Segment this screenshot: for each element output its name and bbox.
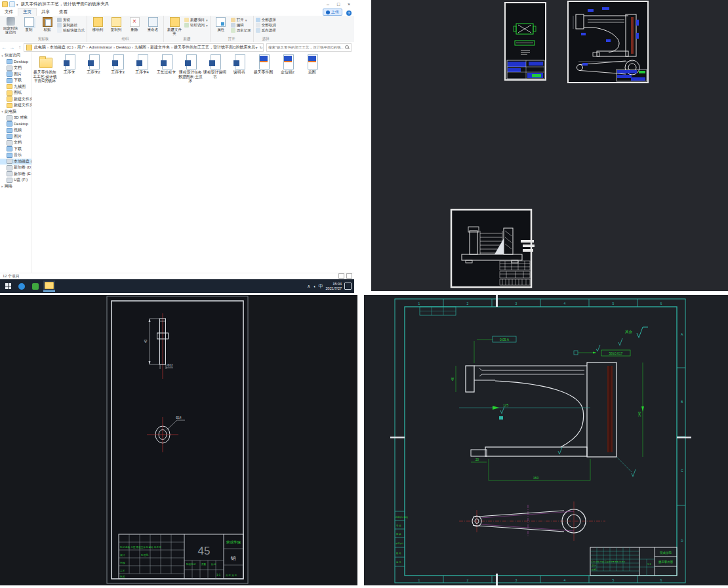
chevron-right-icon[interactable]: ▸ — [0, 184, 5, 188]
breadcrumb[interactable]: 此电脑 › 本地磁盘 (C:) › 用户 › Administrator › D… — [24, 43, 264, 52]
refresh-icon[interactable]: ↻ — [259, 45, 262, 50]
paste-button[interactable]: 粘贴 — [39, 17, 56, 31]
sidebar-item-desktop[interactable]: Desktop — [0, 59, 31, 66]
sidebar-item-e-drive[interactable]: 新加卷 (E:) — [0, 171, 31, 178]
notification-center-icon[interactable] — [344, 283, 352, 290]
easy-access-button[interactable]: 轻松访问 ▾ — [184, 23, 208, 28]
sidebar-item-music[interactable]: 音乐 — [0, 152, 31, 159]
search-box[interactable] — [266, 43, 352, 52]
copy-path-button[interactable]: 复制路径 — [57, 23, 85, 28]
sidebar-item-pc-pictures[interactable]: 图片 — [0, 134, 31, 140]
file-item[interactable]: 总图 — [300, 54, 324, 75]
taskbar-explorer[interactable] — [43, 281, 55, 292]
file-item[interactable]: 课程设计说明书 — [203, 54, 227, 79]
history-button[interactable]: 历史记录 — [231, 28, 251, 33]
file-item[interactable]: 课程设计任务数据图表-王洪水 — [178, 54, 203, 83]
properties-shortcut-icon[interactable] — [9, 1, 15, 7]
sidebar-item-d-drive[interactable]: 新加卷 (D:) — [0, 165, 31, 171]
move-to-button[interactable]: 移动到 — [89, 17, 106, 31]
up-button[interactable]: ↑ — [16, 45, 24, 50]
cone-view[interactable] — [459, 501, 605, 541]
crumb-administrator[interactable]: Administrator — [89, 45, 112, 49]
thumbnail-view-icon[interactable] — [346, 273, 352, 279]
sidebar-quick-access[interactable]: ▾ 快速访问 — [0, 52, 31, 59]
file-item[interactable]: 工艺过程卡 — [154, 54, 178, 75]
tab-home[interactable]: 主页 — [18, 8, 37, 16]
paste-shortcut-button[interactable]: 粘贴快捷方式 — [57, 28, 85, 33]
invert-selection-button[interactable]: 反向选择 — [256, 28, 276, 33]
sidebar-item-downloads[interactable]: 下载 — [0, 77, 31, 84]
start-button[interactable] — [2, 281, 14, 291]
file-item[interactable]: 说明书 — [227, 54, 251, 75]
pin-to-quick-access-button[interactable]: 固定到快速访问 — [2, 17, 19, 34]
sidebar-this-pc[interactable]: ▾ 此电脑 — [0, 109, 31, 115]
cad-sheet-assembly[interactable] — [451, 210, 535, 287]
copy-to-button[interactable]: 复制到 — [108, 17, 125, 31]
sidebar-item-pc-downloads[interactable]: 下载 — [0, 146, 31, 153]
sidebar-item-newfolder2[interactable]: 新建文件夹 (2) — [0, 102, 31, 109]
help-icon[interactable]: ? — [346, 10, 352, 16]
select-all-button[interactable]: 全部选择 — [256, 18, 276, 22]
search-input[interactable] — [267, 45, 345, 49]
sidebar-item-pc-desktop[interactable]: Desktop — [0, 121, 31, 128]
cloud-upload-badge[interactable]: 上传 — [323, 9, 342, 16]
sidebar-item-3d-objects[interactable]: 3D 对象 — [0, 115, 31, 121]
list-view-icon[interactable] — [338, 273, 344, 279]
sidebar-item-f-drive[interactable]: U盘 (F:) — [0, 177, 31, 184]
sidebar-item-newfolder[interactable]: 新建文件夹 — [0, 96, 31, 103]
crumb-this-pc[interactable]: 此电脑 — [34, 45, 46, 50]
file-item[interactable]: 拨叉零件图 — [251, 54, 275, 75]
select-none-button[interactable]: 全部取消 — [256, 23, 276, 28]
back-button[interactable]: ← — [0, 45, 8, 50]
new-folder-button[interactable]: 新建文件夹 — [166, 17, 183, 35]
crumb-desktop[interactable]: Desktop — [116, 45, 131, 49]
rename-button[interactable]: 重命名 — [144, 17, 161, 31]
sidebar-item-folder2[interactable]: 图纸 — [0, 90, 31, 96]
sidebar-item-videos[interactable]: 视频 — [0, 127, 31, 134]
sidebar-item-pc-documents[interactable]: 文档 — [0, 140, 31, 146]
file-item[interactable]: 拨叉零件的加工工艺,设计铣平面C的铣床夹具 — [33, 54, 57, 83]
sidebar-item-documents[interactable]: 文档 — [0, 65, 31, 71]
maximize-button[interactable]: □ — [333, 0, 344, 9]
sidebar-item-pictures[interactable]: 图片 — [0, 71, 31, 78]
quick-access-toolbar[interactable]: ▾ — [2, 1, 18, 7]
tab-share[interactable]: 共享 — [37, 9, 54, 16]
file-item[interactable]: 工序卡3 — [106, 54, 130, 75]
sidebar-item-c-drive[interactable]: 本地磁盘 (C:) — [0, 159, 31, 165]
tray-chevron-icon[interactable]: ∧ — [307, 284, 310, 289]
clock[interactable]: 15:04 2021/7/27 — [326, 282, 342, 290]
file-item[interactable]: 定位销2 — [275, 54, 300, 75]
file-item[interactable]: 工序卡 — [57, 54, 81, 75]
volume-icon[interactable]: ◖ — [313, 284, 315, 288]
chevron-down-icon[interactable]: ▾ — [0, 54, 5, 58]
cad-sheet-fork-part[interactable] — [568, 1, 648, 83]
chevron-down-icon[interactable]: ▾ — [0, 109, 5, 113]
sidebar-network[interactable]: ▸ 网络 — [0, 184, 31, 190]
minimize-button[interactable]: – — [323, 0, 333, 9]
qat-dropdown-icon[interactable]: ▾ — [16, 3, 18, 7]
tab-view[interactable]: 查看 — [54, 9, 72, 16]
taskbar-wps[interactable] — [30, 281, 41, 291]
crumb-users[interactable]: 用户 — [77, 45, 85, 50]
fork-main-view[interactable]: 0.05 A 40 58±0.017 125 140 160 20 — [451, 336, 644, 480]
cad-sheet-fixture-parts[interactable] — [505, 3, 546, 80]
new-item-button[interactable]: 新建项目 ▾ — [184, 18, 208, 22]
sidebar-item-folder1[interactable]: 九械图 — [0, 84, 31, 90]
forward-button[interactable]: → — [8, 45, 16, 50]
taskbar-browser[interactable] — [16, 281, 28, 291]
crumb-current-folder[interactable]: 拨叉零件的加工工艺，设计铣平面C的铣床夹具 — [174, 45, 255, 50]
crumb-folder1[interactable]: 九械图 — [134, 45, 146, 50]
crumb-c-drive[interactable]: 本地磁盘 (C:) — [50, 45, 73, 50]
address-dropdown-icon[interactable]: ▾ — [255, 45, 257, 50]
file-item[interactable]: 工序卡4 — [130, 54, 154, 75]
close-button[interactable]: × — [344, 0, 354, 9]
file-item[interactable]: 工序卡2 — [81, 54, 106, 75]
tab-file[interactable]: 文件 — [0, 9, 18, 16]
properties-button[interactable]: 属性 — [212, 17, 230, 31]
open-button[interactable]: 打开 ▾ — [231, 18, 251, 22]
copy-button[interactable]: 复制 — [20, 17, 37, 31]
delete-button[interactable]: × 删除 — [126, 17, 143, 31]
crumb-folder2[interactable]: 新建文件夹 — [150, 45, 170, 50]
cut-button[interactable]: 剪切 — [57, 18, 85, 22]
edit-button[interactable]: 编辑 — [231, 23, 251, 28]
